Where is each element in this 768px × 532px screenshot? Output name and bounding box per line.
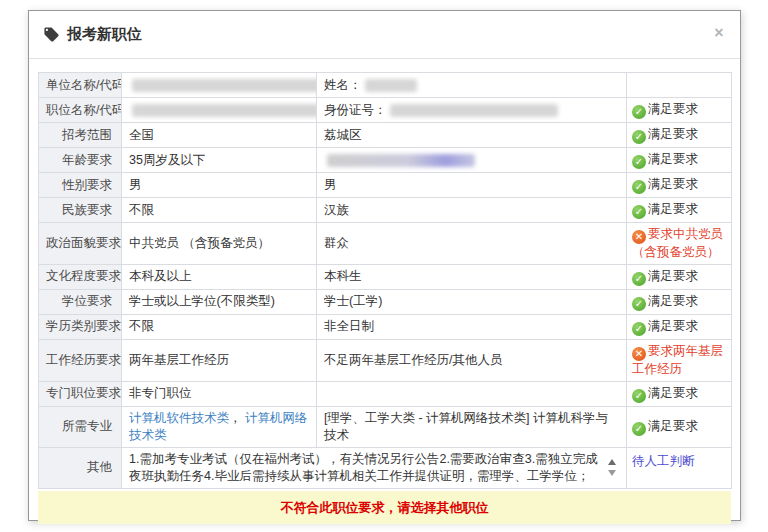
other-requirements-cell: 1.需加考专业考试（仅在福州考试），有关情况另行公告2.需要政治审查3.需独立完… [122, 447, 627, 488]
status-cell: ✕要求两年基层工作经历 [627, 339, 732, 381]
req-value: 35周岁及以下 [122, 148, 317, 173]
text-scrollbar [605, 451, 619, 485]
status-text: 满足要求 [648, 102, 698, 116]
status-text: 待人工判断 [632, 454, 695, 468]
status-cell: ✓满足要求 [627, 148, 732, 173]
check-icon: ✓ [632, 422, 646, 436]
major-separator: ， [229, 411, 245, 425]
applicant-value: 群众 [317, 223, 627, 265]
applicant-value: 身份证号： [317, 98, 627, 123]
req-value: 不限 [122, 314, 317, 339]
status-cell: ✓满足要求 [627, 173, 732, 198]
applicant-value [317, 381, 627, 406]
status-text: 满足要求 [648, 319, 698, 333]
req-label: 单位名称/代码 [39, 73, 122, 98]
status-text: 满足要求 [648, 202, 698, 216]
req-label: 其他 [39, 447, 122, 488]
status-text: 满足要求 [648, 177, 698, 191]
status-text: 满足要求 [648, 419, 698, 433]
req-value: 中共党员 （含预备党员） [122, 223, 317, 265]
dialog-header: 报考新职位 × [29, 11, 740, 59]
req-label: 民族要求 [39, 198, 122, 223]
table-row-scope: 招考范围 全国 荔城区 ✓满足要求 [39, 123, 732, 148]
applicant-value: 非全日制 [317, 314, 627, 339]
table-row-gender: 性别要求 男 男 ✓满足要求 [39, 173, 732, 198]
status-cell [627, 73, 732, 98]
check-icon: ✓ [632, 130, 646, 144]
applicant-value: 荔城区 [317, 123, 627, 148]
req-label: 工作经历要求 [39, 339, 122, 381]
status-text: 满足要求 [648, 127, 698, 141]
redacted-value [327, 154, 475, 167]
table-row-other: 其他 1.需加考专业考试（仅在福州考试），有关情况另行公告2.需要政治审查3.需… [39, 447, 732, 488]
check-icon: ✓ [632, 205, 646, 219]
applicant-value: 本科生 [317, 264, 627, 289]
status-cell: 待人工判断 [627, 447, 732, 488]
req-label: 招考范围 [39, 123, 122, 148]
table-row-special-position: 专门职位要求 非专门职位 ✓满足要求 [39, 381, 732, 406]
table-row-work-exp: 工作经历要求 两年基层工作经历 不足两年基层工作经历/其他人员 ✕要求两年基层工… [39, 339, 732, 381]
req-value [122, 98, 317, 123]
applicant-value: 姓名： [317, 73, 627, 98]
status-cell: ✓满足要求 [627, 264, 732, 289]
req-value: 男 [122, 173, 317, 198]
status-cell: ✓满足要求 [627, 289, 732, 314]
major-link-software[interactable]: 计算机软件技术类 [129, 411, 229, 425]
req-label: 职位名称/代码 [39, 98, 122, 123]
status-text: 满足要求 [648, 386, 698, 400]
scroll-down-icon[interactable] [608, 470, 616, 476]
applicant-value: 学士(工学) [317, 289, 627, 314]
cross-icon: ✕ [632, 347, 646, 361]
status-text: 满足要求 [648, 152, 698, 166]
check-icon: ✓ [632, 389, 646, 403]
req-label: 学位要求 [39, 289, 122, 314]
status-cell: ✓满足要求 [627, 406, 732, 447]
req-label: 政治面貌要求 [39, 223, 122, 265]
status-cell: ✓满足要求 [627, 198, 732, 223]
check-icon: ✓ [632, 180, 646, 194]
table-row-age: 年龄要求 35周岁及以下 ✓满足要求 [39, 148, 732, 173]
scroll-up-icon[interactable] [608, 459, 616, 465]
status-text: 要求两年基层工作经历 [632, 344, 723, 376]
table-row-education: 文化程度要求 本科及以上 本科生 ✓满足要求 [39, 264, 732, 289]
dialog-body: 单位名称/代码 姓名： 职位名称/代码 身份证号： ✓满足要求 招考范围 全国 … [29, 59, 740, 524]
redacted-value [365, 79, 417, 92]
req-label: 学历类别要求 [39, 314, 122, 339]
table-row-degree: 学位要求 学士或以上学位(不限类型) 学士(工学) ✓满足要求 [39, 289, 732, 314]
applicant-value: 不足两年基层工作经历/其他人员 [317, 339, 627, 381]
check-icon: ✓ [632, 322, 646, 336]
req-label: 文化程度要求 [39, 264, 122, 289]
status-cell: ✓满足要求 [627, 381, 732, 406]
result-message-bar: 不符合此职位要求，请选择其他职位 [38, 491, 731, 524]
status-cell: ✓满足要求 [627, 98, 732, 123]
req-value: 本科及以上 [122, 264, 317, 289]
check-icon: ✓ [632, 105, 646, 119]
status-cell: ✓满足要求 [627, 314, 732, 339]
table-row-political: 政治面貌要求 中共党员 （含预备党员） 群众 ✕要求中共党员 （含预备党员） [39, 223, 732, 265]
table-row-position: 职位名称/代码 身份证号： ✓满足要求 [39, 98, 732, 123]
status-cell: ✓满足要求 [627, 123, 732, 148]
req-value: 全国 [122, 123, 317, 148]
apply-position-dialog: 报考新职位 × 单位名称/代码 姓名： 职位名称/代码 身份证号： ✓满足要求 … [28, 10, 741, 521]
other-requirements-text: 1.需加考专业考试（仅在福州考试），有关情况另行公告2.需要政治审查3.需独立完… [129, 451, 605, 485]
req-value: 学士或以上学位(不限类型) [122, 289, 317, 314]
check-icon: ✓ [632, 297, 646, 311]
applicant-value: 男 [317, 173, 627, 198]
name-label: 姓名： [324, 78, 362, 92]
req-label: 专门职位要求 [39, 381, 122, 406]
applicant-value: [理学、工学大类 - 计算机网络技术类] 计算机科学与技术 [317, 406, 627, 447]
req-label: 年龄要求 [39, 148, 122, 173]
check-icon: ✓ [632, 155, 646, 169]
redacted-value [390, 104, 558, 117]
req-value: 两年基层工作经历 [122, 339, 317, 381]
req-value [122, 73, 317, 98]
check-icon: ✓ [632, 272, 646, 286]
result-message: 不符合此职位要求，请选择其他职位 [281, 500, 489, 515]
req-value: 不限 [122, 198, 317, 223]
status-cell: ✕要求中共党员 （含预备党员） [627, 223, 732, 265]
req-value: 非专门职位 [122, 381, 317, 406]
table-row-unit: 单位名称/代码 姓名： [39, 73, 732, 98]
close-icon[interactable]: × [710, 25, 728, 43]
table-row-major: 所需专业 计算机软件技术类， 计算机网络技术类 [理学、工学大类 - 计算机网络… [39, 406, 732, 447]
table-row-ethnicity: 民族要求 不限 汉族 ✓满足要求 [39, 198, 732, 223]
